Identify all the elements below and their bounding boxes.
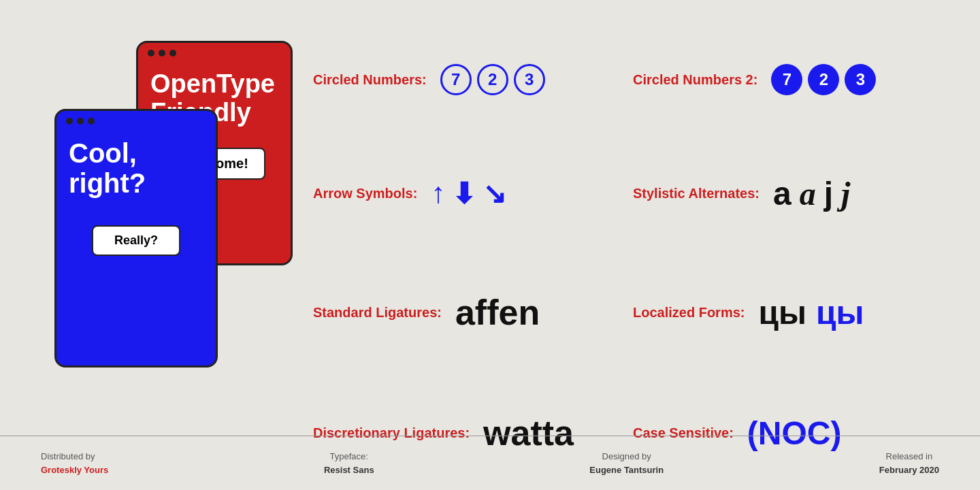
footer-designed-by: Designed by Eugene Tantsurin <box>589 450 664 476</box>
features-section: Circled Numbers: 7 2 3 Circled Numbers 2… <box>286 20 939 490</box>
phone-dot-3 <box>169 50 176 56</box>
circled-num-3: 3 <box>514 64 545 95</box>
footer-typeface: Typeface: Resist Sans <box>324 450 374 476</box>
arrow-up-icon: ↑ <box>431 177 445 210</box>
phone-front-button: Really? <box>92 225 180 256</box>
footer-released-label: Released in <box>879 450 939 463</box>
phone-section: OpenType Friendly Awesome! Cool, right? … <box>41 27 286 490</box>
footer-designed-value: Eugene Tantsurin <box>589 463 664 477</box>
feature-circled-numbers: Circled Numbers: 7 2 3 <box>313 27 619 131</box>
arrow-down-icon: ⬇ <box>452 177 476 210</box>
phone-front: Cool, right? Really? <box>54 109 218 368</box>
localized-forms-label: Localized Forms: <box>633 304 745 321</box>
footer-distributed-by: Distributed by Groteskly Yours <box>41 450 108 476</box>
footer-typeface-label: Typeface: <box>324 450 374 463</box>
footer-distributed-name: Groteskly Yours <box>41 463 108 477</box>
stylistic-j-alt: j <box>841 175 850 212</box>
footer-designed-label: Designed by <box>589 450 664 463</box>
phone-dot-1 <box>148 50 154 56</box>
stylistic-alternates-label: Stylistic Alternates: <box>633 185 760 201</box>
phone-front-dots <box>56 111 216 131</box>
localized-forms-value: цы цы <box>758 294 864 331</box>
phone-front-dot-2 <box>77 118 84 125</box>
main-container: OpenType Friendly Awesome! Cool, right? … <box>0 0 980 490</box>
localized-black: цы <box>758 294 806 331</box>
footer-released-value: February 2020 <box>879 463 939 477</box>
circled-filled-7: 7 <box>771 64 802 95</box>
feature-circled-numbers-2: Circled Numbers 2: 7 2 3 <box>633 27 939 131</box>
phone-front-dot-1 <box>66 118 73 125</box>
stylistic-j-normal: j <box>824 175 833 212</box>
circled-numbers-value: 7 2 3 <box>440 64 545 95</box>
circled-numbers-2-label: Circled Numbers 2: <box>633 71 757 88</box>
stylistic-a-normal: a <box>773 175 791 212</box>
footer-typeface-value: Resist Sans <box>324 463 374 477</box>
circled-numbers-2-value: 7 2 3 <box>771 64 876 95</box>
arrow-symbols-value: ↑ ⬇ ↘ <box>431 177 506 210</box>
footer: Distributed by Groteskly Yours Typeface:… <box>0 436 980 490</box>
localized-blue: цы <box>816 294 864 331</box>
phone-dot-2 <box>159 50 165 56</box>
circled-num-7: 7 <box>440 64 472 95</box>
footer-released-in: Released in February 2020 <box>879 450 939 476</box>
standard-ligatures-value: affen <box>455 292 540 333</box>
phone-front-title: Cool, right? <box>56 131 216 205</box>
circled-filled-3: 3 <box>845 64 876 95</box>
arrow-symbols-label: Arrow Symbols: <box>313 185 417 201</box>
footer-distributed-label: Distributed by <box>41 450 108 463</box>
phone-back-dots <box>138 43 291 63</box>
feature-standard-ligatures: Standard Ligatures: affen <box>313 256 619 370</box>
feature-localized-forms: Localized Forms: цы цы <box>633 256 939 370</box>
circled-numbers-label: Circled Numbers: <box>313 71 427 88</box>
circled-num-2: 2 <box>477 64 508 95</box>
arrow-diag-icon: ↘ <box>483 177 506 210</box>
phone-front-dot-3 <box>88 118 95 125</box>
feature-stylistic-alternates: Stylistic Alternates: a a j j <box>633 138 939 248</box>
feature-arrow-symbols: Arrow Symbols: ↑ ⬇ ↘ <box>313 138 619 248</box>
standard-ligatures-label: Standard Ligatures: <box>313 304 442 321</box>
circled-filled-2: 2 <box>808 64 839 95</box>
stylistic-alternates-value: a a j j <box>773 175 850 212</box>
stylistic-a-alt: a <box>800 175 816 212</box>
